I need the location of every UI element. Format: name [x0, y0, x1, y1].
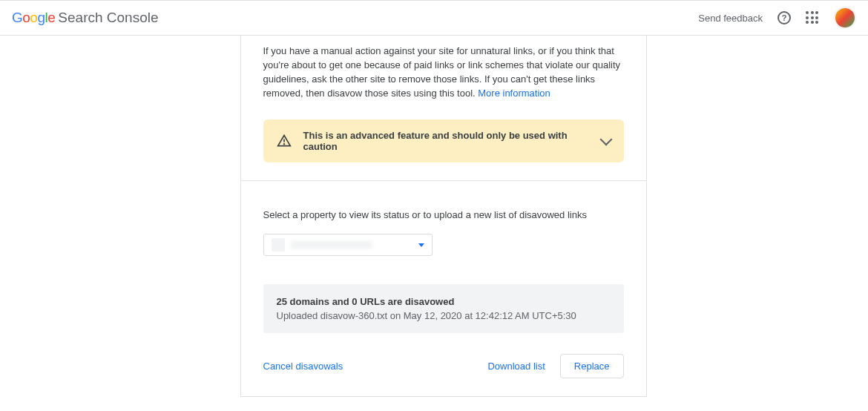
- warning-text: This is an advanced feature and should o…: [303, 130, 590, 152]
- intro-text: If you have a manual action against your…: [263, 45, 624, 100]
- avatar[interactable]: [834, 7, 856, 29]
- more-info-link[interactable]: More information: [478, 88, 550, 99]
- logo[interactable]: Google Search Console: [12, 10, 159, 26]
- help-icon[interactable]: ?: [777, 11, 791, 24]
- status-title: 25 domains and 0 URLs are disavowed: [277, 296, 611, 307]
- chevron-down-icon[interactable]: [599, 134, 612, 146]
- status-subtitle: Uploaded disavow-360.txt on May 12, 2020…: [277, 310, 611, 321]
- download-list-button[interactable]: Download list: [487, 361, 545, 372]
- svg-point-1: [283, 144, 284, 145]
- google-logo: Google: [12, 10, 55, 26]
- header-bar: Google Search Console Send feedback ?: [0, 0, 868, 36]
- select-property-label: Select a property to view its status or …: [263, 209, 624, 220]
- caret-down-icon: [418, 243, 424, 247]
- intro-body: If you have a manual action against your…: [263, 45, 621, 99]
- apps-grid-icon[interactable]: [806, 11, 819, 24]
- property-select-dropdown[interactable]: [263, 234, 433, 256]
- logo-suffix: Search Console: [58, 10, 158, 26]
- property-name-redacted: [291, 241, 372, 249]
- cancel-disavowals-button[interactable]: Cancel disavowals: [263, 361, 343, 372]
- replace-button[interactable]: Replace: [560, 354, 624, 378]
- warning-banner[interactable]: This is an advanced feature and should o…: [263, 119, 624, 162]
- disavow-status-box: 25 domains and 0 URLs are disavowed Uplo…: [263, 284, 624, 333]
- warning-triangle-icon: [277, 134, 292, 148]
- property-favicon: [272, 238, 285, 251]
- main-card: If you have a manual action against your…: [240, 36, 647, 397]
- send-feedback-link[interactable]: Send feedback: [698, 13, 763, 24]
